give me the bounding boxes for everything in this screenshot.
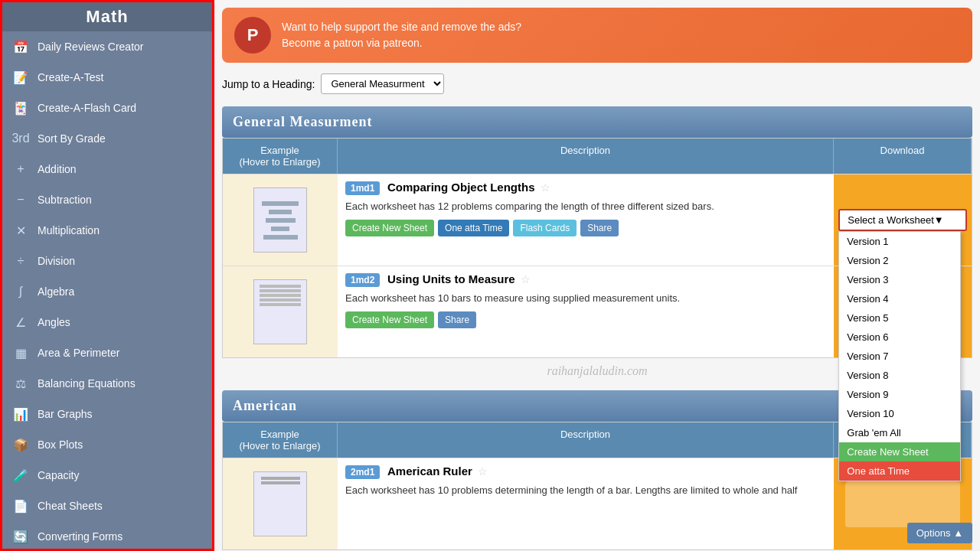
sidebar-item-multiplication[interactable]: ✕Multiplication: [2, 215, 212, 246]
sidebar-item-addition[interactable]: +Addition: [2, 154, 212, 184]
create-new-sheet-button[interactable]: Create New Sheet: [345, 220, 434, 236]
sidebar-item-division[interactable]: ÷Division: [2, 246, 212, 276]
sidebar-item-create-flashcard[interactable]: 🃏Create-A-Flash Card: [2, 93, 212, 123]
button-row: Create New Sheet One atta Time Flash Car…: [345, 220, 826, 236]
sidebar-label: Cheat Sheets: [38, 500, 103, 512]
sidebar-label: Bar Graphs: [38, 408, 93, 420]
sidebar-icon-multiplication: ✕: [10, 220, 31, 241]
sidebar-label: Box Plots: [38, 439, 83, 451]
dropdown-arrow: ▼: [934, 214, 944, 226]
sidebar-icon-angles: ∠: [10, 311, 31, 333]
sidebar-item-bar-graphs[interactable]: 📊Bar Graphs: [2, 399, 212, 429]
section-heading-general: General Measurment: [222, 106, 972, 138]
worksheet-title: Comparing Object Lengths: [387, 181, 535, 194]
dropdown-extra-item[interactable]: Create New Sheet: [839, 442, 960, 461]
dropdown-list: Version 1Version 2Version 3Version 4Vers…: [838, 231, 961, 481]
sidebar-icon-box-plots: 📦: [10, 434, 31, 455]
header-example: Example(Hover to Enlarge): [223, 139, 338, 174]
sidebar-icon-daily-reviews: 📅: [10, 36, 31, 57]
flash-cards-button[interactable]: Flash Cards: [513, 220, 577, 236]
dropdown-item[interactable]: Version 8: [839, 366, 960, 385]
create-new-sheet-button-2[interactable]: Create New Sheet: [345, 311, 434, 328]
sidebar-icon-capacity: 🧪: [10, 465, 31, 486]
sidebar-icon-balancing-equations: ⚖: [10, 373, 31, 394]
sidebar-item-create-test[interactable]: 📝Create-A-Test: [2, 62, 212, 93]
cell-description-2: 1md2 Using Units to Measure ☆ Each works…: [338, 266, 834, 357]
sidebar-item-cheat-sheets[interactable]: 📄Cheat Sheets: [2, 491, 212, 521]
dropdown-item[interactable]: Version 4: [839, 289, 960, 308]
sidebar-item-area-perimeter[interactable]: ▦Area & Perimeter: [2, 337, 212, 368]
worksheet-table-general: Example(Hover to Enlarge) Description Do…: [222, 138, 972, 358]
jump-label: Jump to a Heading:: [222, 78, 315, 90]
dropdown-item[interactable]: Version 3: [839, 270, 960, 289]
sidebar-item-subtraction[interactable]: −Subtraction: [2, 184, 212, 215]
share-button[interactable]: Share: [580, 220, 619, 236]
sidebar-label: Balancing Equations: [38, 377, 136, 390]
sidebar-label: Create-A-Flash Card: [38, 102, 136, 114]
dropdown-label: Select a Worksheet: [848, 214, 933, 226]
options-button[interactable]: Options ▲: [907, 523, 972, 543]
table-header: Example(Hover to Enlarge) Description Do…: [223, 139, 972, 174]
cell-example-2: [223, 266, 338, 357]
cell-example: [223, 174, 338, 266]
star-icon: ☆: [541, 181, 550, 194]
dropdown-button[interactable]: Select a Worksheet ▼: [838, 209, 966, 231]
patreon-icon: P: [234, 17, 271, 54]
dropdown-item[interactable]: Version 6: [839, 328, 960, 347]
dropdown-item[interactable]: Grab 'em All: [839, 423, 960, 442]
dropdown-item[interactable]: Version 9: [839, 385, 960, 404]
sidebar-item-box-plots[interactable]: 📦Box Plots: [2, 429, 212, 460]
sidebar-item-angles[interactable]: ∠Angles: [2, 307, 212, 337]
button-row-2: Create New Sheet Share: [345, 311, 826, 328]
sidebar-item-converting-forms[interactable]: 🔄Converting Forms: [2, 521, 212, 551]
dropdown-item[interactable]: Version 1: [839, 232, 960, 251]
sidebar-label: Division: [38, 255, 75, 267]
sidebar-title: Math: [2, 2, 212, 31]
sidebar-label: Multiplication: [38, 224, 100, 236]
promo-text: Want to help support the site and remove…: [282, 19, 521, 51]
cell-download-1: Select a Worksheet ▼ Version 1Version 2V…: [834, 174, 972, 266]
sidebar-icon-area-perimeter: ▦: [10, 342, 31, 364]
sidebar-item-capacity[interactable]: 🧪Capacity: [2, 460, 212, 491]
sidebar-label: Angles: [38, 316, 70, 328]
one-atta-time-button[interactable]: One atta Time: [438, 220, 509, 236]
sidebar-label: Converting Forms: [38, 530, 122, 543]
dropdown-item[interactable]: Version 7: [839, 347, 960, 366]
sidebar-item-algebra[interactable]: ∫Algebra: [2, 276, 212, 307]
sidebar-icon-converting-forms: 🔄: [10, 526, 31, 547]
sidebar-icon-algebra: ∫: [10, 281, 31, 302]
sidebar-icon-create-test: 📝: [10, 67, 31, 88]
thumbnail: [253, 187, 307, 253]
worksheet-title-american: American Ruler: [387, 465, 472, 478]
sidebar-item-sort-by-grade[interactable]: 3rdSort By Grade: [2, 123, 212, 154]
dropdown-extra-item[interactable]: One atta Time: [839, 461, 960, 481]
sidebar-icon-sort-by-grade: 3rd: [10, 128, 31, 149]
sidebar-label: Create-A-Test: [38, 71, 103, 83]
main-content: P Want to help support the site and remo…: [214, 0, 980, 551]
dropdown-item[interactable]: Version 10: [839, 404, 960, 423]
sidebar-label: Sort By Grade: [38, 132, 106, 145]
sidebar-label: Area & Perimeter: [38, 347, 119, 359]
thumbnail-2: [253, 279, 307, 344]
header-example-2: Example(Hover to Enlarge): [223, 422, 338, 458]
dropdown-item[interactable]: Version 2: [839, 251, 960, 270]
share-button-2[interactable]: Share: [438, 311, 476, 328]
promo-banner: P Want to help support the site and remo…: [222, 8, 972, 63]
badge-american: 2md1: [345, 465, 380, 479]
table-row: 1md1 Comparing Object Lengths ☆ Each wor…: [223, 174, 972, 266]
jump-select[interactable]: General Measurment American Metric Other: [321, 73, 444, 94]
sidebar-icon-subtraction: −: [10, 189, 31, 210]
jump-row: Jump to a Heading: General Measurment Am…: [214, 63, 980, 100]
header-description-2: Description: [338, 422, 834, 458]
header-download: Download: [834, 139, 972, 174]
sidebar-icon-cheat-sheets: 📄: [10, 495, 31, 517]
badge-2: 1md2: [345, 273, 380, 287]
cell-description: 1md1 Comparing Object Lengths ☆ Each wor…: [338, 174, 834, 266]
desc-text: Each worksheet has 12 problems comparing…: [345, 200, 826, 214]
dropdown-item[interactable]: Version 5: [839, 308, 960, 328]
header-description: Description: [338, 139, 834, 174]
badge: 1md1: [345, 181, 380, 195]
sidebar-icon-division: ÷: [10, 250, 31, 272]
sidebar-item-daily-reviews[interactable]: 📅Daily Reviews Creator: [2, 31, 212, 62]
sidebar-item-balancing-equations[interactable]: ⚖Balancing Equations: [2, 368, 212, 399]
